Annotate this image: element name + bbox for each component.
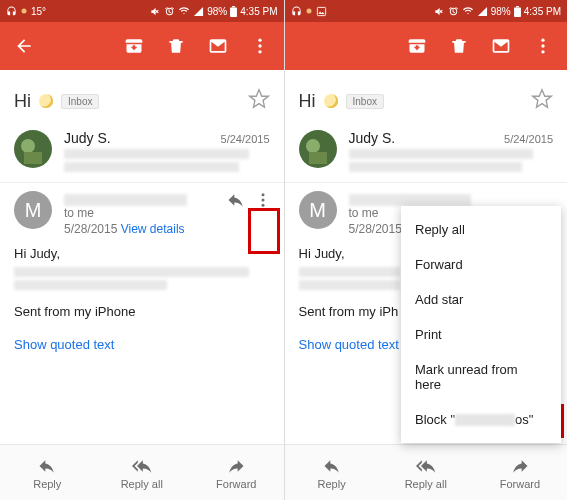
subject-row: Hi Inbox [285, 70, 568, 124]
message-header: M to me 5/28/2015 View details [0, 183, 284, 236]
signal-icon [477, 6, 488, 17]
arrow-left-icon [14, 36, 34, 56]
message-date-line: 5/28/2015 View details [64, 222, 270, 236]
dot-icon [21, 8, 27, 14]
reply-icon [322, 456, 342, 476]
sender-redacted [349, 194, 472, 206]
mute-icon [150, 6, 161, 17]
status-battery: 98% [491, 6, 511, 17]
svg-point-4 [258, 44, 261, 47]
svg-point-9 [306, 9, 311, 14]
svg-rect-1 [230, 7, 237, 17]
mute-icon [434, 6, 445, 17]
svg-rect-11 [514, 7, 521, 17]
menu-forward[interactable]: Forward [401, 247, 561, 282]
status-time: 4:35 PM [240, 6, 277, 17]
battery-icon [230, 6, 237, 17]
forward-icon [226, 456, 246, 476]
wifi-icon [178, 6, 190, 17]
alarm-icon [164, 6, 175, 17]
status-bar: 15° 98% 4:35 PM [0, 0, 284, 22]
menu-reply-all[interactable]: Reply all [401, 212, 561, 247]
thread-date: 5/24/2015 [221, 133, 270, 145]
reply-button[interactable]: Reply [285, 445, 379, 500]
svg-point-14 [541, 44, 544, 47]
overflow-button[interactable] [531, 34, 555, 58]
thread-item[interactable]: Judy S. 5/24/2015 [285, 124, 568, 182]
svg-point-0 [22, 9, 27, 14]
subject-row: Hi Inbox [0, 70, 284, 124]
signal-icon [193, 6, 204, 17]
forward-button[interactable]: Forward [189, 445, 284, 500]
image-icon [316, 6, 327, 17]
reply-all-button[interactable]: Reply all [379, 445, 473, 500]
dot-icon [306, 8, 312, 14]
battery-icon [514, 6, 521, 17]
svg-rect-12 [516, 6, 519, 7]
reply-button[interactable]: Reply [0, 445, 95, 500]
reply-all-icon [131, 456, 153, 476]
svg-rect-10 [317, 7, 325, 15]
mail-icon [208, 36, 228, 56]
sender-name: Judy S. [349, 130, 396, 146]
svg-rect-2 [232, 6, 235, 7]
overflow-button[interactable] [248, 34, 272, 58]
screenshot-left: 15° 98% 4:35 PM Hi [0, 0, 284, 500]
status-temp: 15° [31, 6, 46, 17]
more-vert-icon [533, 36, 553, 56]
reply-all-button[interactable]: Reply all [95, 445, 190, 500]
bottom-bar: Reply Reply all Forward [285, 444, 568, 500]
trash-icon [166, 36, 186, 56]
preview-line [64, 149, 249, 159]
more-vert-icon [250, 36, 270, 56]
delete-button[interactable] [164, 34, 188, 58]
star-outline-icon [248, 88, 270, 110]
reply-icon [37, 456, 57, 476]
mark-unread-button[interactable] [489, 34, 513, 58]
archive-button[interactable] [122, 34, 146, 58]
wifi-icon [462, 6, 474, 17]
body-redacted [299, 280, 401, 290]
preview-line [349, 149, 533, 159]
archive-icon [407, 36, 427, 56]
alarm-icon [448, 6, 459, 17]
thread-date: 5/24/2015 [504, 133, 553, 145]
thread-item[interactable]: Judy S. 5/24/2015 [0, 124, 284, 182]
message-overflow-button[interactable] [252, 187, 274, 217]
svg-point-6 [261, 193, 264, 196]
preview-line [349, 162, 523, 172]
view-details-link[interactable]: View details [121, 222, 185, 236]
delete-button[interactable] [447, 34, 471, 58]
mark-unread-button[interactable] [206, 34, 230, 58]
more-vert-icon [254, 191, 272, 209]
star-button[interactable] [248, 88, 270, 114]
avatar [14, 130, 52, 168]
menu-add-star[interactable]: Add star [401, 282, 561, 317]
star-button[interactable] [531, 88, 553, 114]
svg-point-5 [258, 50, 261, 53]
subject-text: Hi [14, 91, 31, 112]
body-signature: Sent from my iPhone [14, 304, 270, 319]
mail-icon [491, 36, 511, 56]
svg-point-3 [258, 39, 261, 42]
moon-icon [39, 94, 53, 108]
reply-icon-button[interactable] [226, 190, 246, 214]
forward-button[interactable]: Forward [473, 445, 567, 500]
menu-block-sender[interactable]: Block "os" [401, 402, 561, 437]
sender-name: Judy S. [64, 130, 111, 146]
back-button[interactable] [12, 34, 36, 58]
menu-print[interactable]: Print [401, 317, 561, 352]
avatar: M [14, 191, 52, 229]
body-redacted [14, 280, 167, 290]
menu-mark-unread[interactable]: Mark unread from here [401, 352, 561, 402]
archive-button[interactable] [405, 34, 429, 58]
app-bar [285, 22, 568, 70]
status-bar: 98% 4:35 PM [285, 0, 568, 22]
blocked-name-redacted [455, 414, 515, 426]
avatar [299, 130, 337, 168]
show-quoted-link[interactable]: Show quoted text [0, 331, 284, 362]
overflow-menu: Reply all Forward Add star Print Mark un… [401, 206, 561, 443]
status-time: 4:35 PM [524, 6, 561, 17]
status-battery: 98% [207, 6, 227, 17]
body-redacted [299, 267, 401, 277]
